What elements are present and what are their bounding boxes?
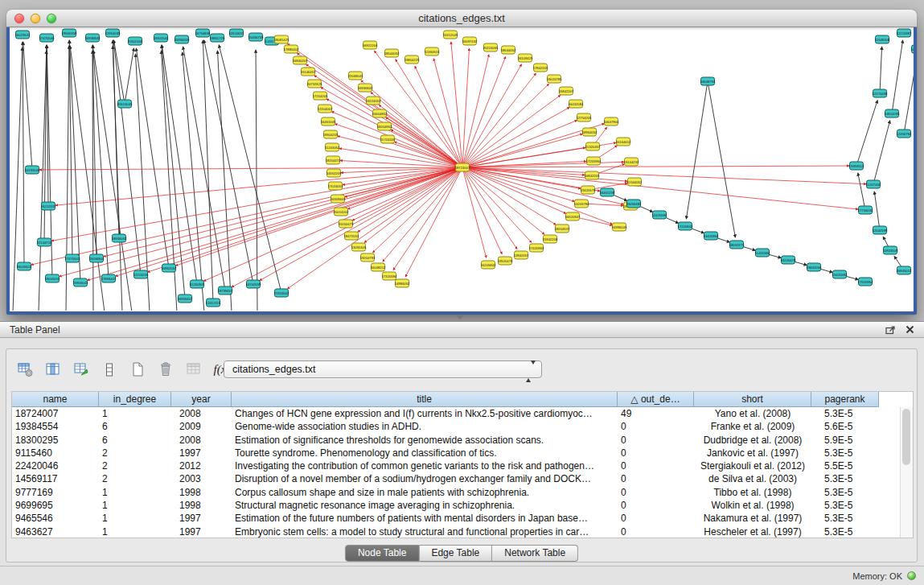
graph-node[interactable]: 12420584	[652, 211, 667, 219]
graph-node[interactable]: 12460524	[425, 47, 440, 56]
graph-node[interactable]: 15958112	[849, 162, 864, 170]
graph-node[interactable]: 18301542	[154, 34, 169, 42]
graph-node[interactable]: 19304205	[323, 130, 339, 138]
graph-node[interactable]: 12215987	[897, 29, 912, 37]
graph-node[interactable]: 16432084	[569, 100, 584, 108]
graph-node[interactable]: 18052473	[729, 241, 745, 249]
delete-column-icon[interactable]	[155, 360, 176, 379]
table-row[interactable]: 1938455462009Genome-wide association stu…	[12, 420, 901, 433]
table-row[interactable]: 2242004622012Investigating the contribut…	[12, 459, 901, 472]
rows-strip-icon[interactable]	[99, 360, 120, 379]
graph-node[interactable]: 17205964	[586, 157, 602, 165]
graph-node[interactable]: 15312045	[443, 31, 458, 39]
graph-node[interactable]: 11544052	[627, 178, 643, 186]
tab-network-table[interactable]: Network Table	[492, 545, 578, 562]
graph-node[interactable]: 15104232	[624, 158, 639, 166]
tab-edge-table[interactable]: Edge Table	[419, 545, 492, 562]
graph-node[interactable]: 12754205	[577, 113, 592, 122]
graph-node[interactable]: 12144710	[37, 238, 52, 246]
graph-node[interactable]: 15604852	[372, 109, 388, 117]
graph-node[interactable]: 17205842	[678, 222, 693, 230]
column-header-short[interactable]: short	[694, 392, 811, 407]
table-row[interactable]: 1456911722003Disruption of a novel membe…	[12, 472, 901, 485]
graph-node[interactable]: 14984052	[395, 279, 410, 287]
graph-node[interactable]: 15056804	[89, 254, 105, 262]
graph-node[interactable]: 15494735	[248, 33, 264, 41]
graph-node[interactable]: 16023522	[15, 31, 31, 39]
graph-node[interactable]: 20014202	[334, 208, 349, 216]
graph-node[interactable]: 19804225	[405, 56, 420, 64]
graph-node[interactable]: 12412115	[206, 299, 221, 307]
graph-node[interactable]: 16936843	[358, 84, 373, 92]
graph-node[interactable]: 16996045	[612, 223, 627, 231]
table-source-dropdown[interactable]: citations_edges.txt	[224, 360, 542, 378]
graph-node[interactable]: 18204472	[326, 156, 341, 164]
table-row[interactable]: 1830029562008Estimation of significance …	[12, 434, 901, 447]
graph-node[interactable]: 10193046	[25, 166, 40, 174]
graph-node[interactable]: 12610651	[229, 29, 244, 37]
graph-node[interactable]: 16048212	[371, 263, 386, 271]
graph-node[interactable]: 16309405	[331, 195, 346, 203]
graph-node[interactable]: 11548408	[875, 35, 890, 43]
graph-node[interactable]: 16205478	[781, 256, 796, 264]
graph-node[interactable]: 19005051	[45, 274, 60, 282]
graph-node[interactable]: 16754836	[195, 29, 211, 37]
graph-node[interactable]: 14552209	[326, 169, 342, 177]
graph-node[interactable]: 20511540	[128, 37, 143, 45]
table-row[interactable]: 1872400712008Changes of HCN gene express…	[12, 407, 901, 420]
graph-node[interactable]: 16097432	[462, 37, 478, 45]
graph-node[interactable]: 20224065	[483, 43, 499, 51]
graph-node[interactable]: 18799467	[218, 286, 233, 295]
graph-node[interactable]: 18204537	[555, 225, 570, 233]
graph-node[interactable]: 19024785	[547, 75, 562, 83]
graph-node[interactable]: 12204007	[318, 105, 333, 113]
close-panel-icon[interactable]	[906, 325, 914, 334]
graph-node[interactable]: 17420963	[529, 244, 544, 252]
graph-node[interactable]: 17470500	[39, 34, 55, 42]
graph-node[interactable]: 18644052	[501, 46, 516, 54]
graph-node[interactable]: 18964052	[582, 128, 598, 136]
window-titlebar[interactable]: citations_edges.txt	[6, 10, 917, 27]
graph-node[interactable]: 11250901	[190, 280, 205, 288]
minimize-window-button[interactable]	[31, 14, 40, 23]
graph-node[interactable]: 16840207	[293, 56, 308, 64]
graph-node[interactable]: 16845012	[897, 266, 912, 274]
table-row[interactable]: 977716911998Corpus callosum shape and si…	[12, 486, 901, 499]
graph-node[interactable]: 15905041	[73, 278, 88, 286]
graph-node[interactable]: 18081425	[274, 35, 290, 43]
graph-node[interactable]: 16205842	[481, 261, 496, 269]
network-canvas[interactable]: 1602352217470500195653581693684212954035…	[10, 27, 914, 311]
graph-node[interactable]: 16109425	[518, 54, 533, 62]
graph-node[interactable]: 14702039	[246, 280, 261, 288]
graph-node[interactable]: 20513045	[117, 100, 133, 108]
column-header-pagerank[interactable]: pagerank	[811, 392, 879, 407]
column-header-name[interactable]: name	[12, 392, 99, 407]
graph-node[interactable]: 18544052	[384, 49, 400, 57]
graph-node[interactable]: 14814295	[885, 109, 900, 117]
edit-table-icon[interactable]	[71, 360, 92, 379]
graph-node[interactable]: 15200473	[339, 220, 354, 228]
graph-node[interactable]: 16461045	[321, 117, 336, 126]
graph-node[interactable]: 17204205	[313, 92, 328, 100]
graph-node[interactable]: 18204952	[377, 122, 392, 130]
close-window-button[interactable]	[14, 14, 24, 23]
column-header-out_degree[interactable]: △ out_de…	[618, 392, 694, 407]
graph-node[interactable]: 12042599	[873, 226, 888, 234]
float-panel-icon[interactable]	[885, 325, 896, 335]
graph-node[interactable]: 16026622	[17, 262, 32, 270]
graph-node[interactable]: 21924502	[274, 289, 290, 297]
graph-node[interactable]: 19224057	[366, 97, 381, 105]
graph-node[interactable]: 16461238	[600, 188, 615, 196]
graph-node[interactable]: 10924509	[883, 246, 898, 254]
graph-node[interactable]: 17894407	[101, 274, 117, 282]
graph-node[interactable]: 22068043	[348, 72, 363, 80]
table-options-icon[interactable]	[14, 360, 35, 379]
column-header-year[interactable]: year	[171, 392, 232, 407]
create-column-icon[interactable]	[127, 360, 148, 379]
graph-node[interactable]: 13420584	[832, 270, 848, 278]
graph-node[interactable]: 15420964	[704, 232, 719, 240]
column-header-title[interactable]: title	[232, 392, 618, 407]
graph-node[interactable]: 16922204	[363, 41, 378, 49]
graph-node[interactable]: 11420584	[755, 249, 770, 257]
graph-node[interactable]: 11724205	[380, 135, 396, 143]
